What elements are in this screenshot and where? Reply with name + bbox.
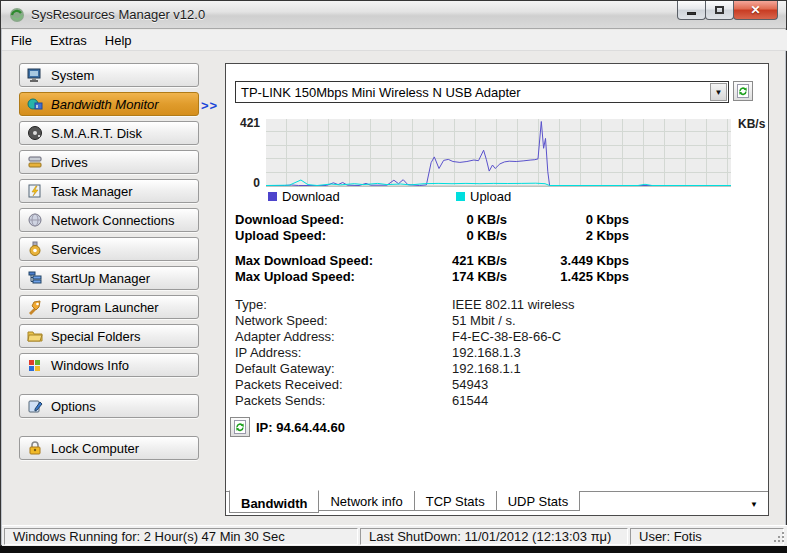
speed-label: Max Download Speed: xyxy=(235,253,373,268)
sidebar-item[interactable]: Task Manager xyxy=(19,179,199,203)
options-icon xyxy=(27,398,43,414)
info-label: Network Speed: xyxy=(235,313,328,328)
title-bar[interactable]: SysResources Manager v12.0 ✕ xyxy=(1,1,786,29)
info-label: Default Gateway: xyxy=(235,361,335,376)
status-last-shutdown: Last ShutDown: 11/01/2012 (12:13:03 πμ) xyxy=(360,528,628,545)
sidebar-item-label: Windows Info xyxy=(51,358,129,373)
window-title: SysResources Manager v12.0 xyxy=(31,7,205,22)
sidebar-item[interactable]: Program Launcher xyxy=(19,295,199,319)
info-value: 61544 xyxy=(452,393,488,408)
minimize-icon xyxy=(687,12,696,15)
info-row: Default Gateway: 192.168.1.1 xyxy=(226,361,766,377)
sidebar-item-label: StartUp Manager xyxy=(51,271,150,286)
close-icon: ✕ xyxy=(750,3,760,17)
sidebar-item[interactable]: System xyxy=(19,63,199,87)
chevron-down-icon[interactable]: ▼ xyxy=(710,83,727,101)
sidebar-item-label: Services xyxy=(51,242,101,257)
speed-label: Download Speed: xyxy=(235,212,344,227)
sidebar-item-label: S.M.A.R.T. Disk xyxy=(51,126,142,141)
chart-lines xyxy=(266,119,731,187)
close-button[interactable]: ✕ xyxy=(733,1,778,20)
adapter-select-value: TP-LINK 150Mbps Mini Wireless N USB Adap… xyxy=(236,85,710,100)
speed-row: Download Speed: 0 KB/s 0 Kbps xyxy=(226,212,766,228)
sidebar: System Bandwidth Monitor S.M.A.R.T. Disk… xyxy=(19,63,199,465)
sidebar-item-label: Program Launcher xyxy=(51,300,159,315)
speed-kbps-value: 1.425 Kbps xyxy=(526,269,629,284)
status-user: User: Fotis xyxy=(630,528,784,545)
sidebar-item[interactable]: S.M.A.R.T. Disk xyxy=(19,121,199,145)
sidebar-item[interactable]: Network Connections xyxy=(19,208,199,232)
adapter-info-table: Type: IEEE 802.11 wireless Network Speed… xyxy=(226,297,766,409)
sidebar-item[interactable]: Lock Computer xyxy=(19,436,199,460)
minimize-button[interactable] xyxy=(677,1,706,20)
info-row: Adapter Address: F4-EC-38-E8-66-C xyxy=(226,329,766,345)
bandwidth-chart xyxy=(266,119,731,187)
disk-icon xyxy=(27,125,43,141)
sidebar-item-label: System xyxy=(51,68,94,83)
chart-unit-label: KB/s xyxy=(738,117,765,131)
app-icon xyxy=(9,7,25,23)
sidebar-item[interactable]: Options xyxy=(19,394,199,418)
app-window: SysResources Manager v12.0 ✕ FileExtrasH… xyxy=(0,0,787,546)
info-label: Packets Sends: xyxy=(235,393,325,408)
sidebar-item[interactable]: Special Folders xyxy=(19,324,199,348)
drives-icon xyxy=(27,154,43,170)
legend-swatch-icon xyxy=(456,192,465,201)
info-row: IP Address: 192.168.1.3 xyxy=(226,345,766,361)
lock-icon xyxy=(27,440,43,456)
tab-overflow-icon[interactable]: ▼ xyxy=(750,500,758,509)
speed-row: Upload Speed: 0 KB/s 2 Kbps xyxy=(226,228,766,244)
speed-label: Upload Speed: xyxy=(235,228,326,243)
main-panel: TP-LINK 150Mbps Mini Wireless N USB Adap… xyxy=(225,63,769,516)
tab[interactable]: Network info xyxy=(318,491,414,511)
refresh-adapter-button[interactable] xyxy=(733,81,753,101)
sidebar-item-label: Special Folders xyxy=(51,329,141,344)
menu-bar: FileExtrasHelp xyxy=(2,30,787,51)
folders-icon xyxy=(27,328,43,344)
active-item-marker: >> xyxy=(201,98,218,113)
public-ip-value: IP: 94.64.44.60 xyxy=(256,420,345,435)
sidebar-item[interactable]: Windows Info xyxy=(19,353,199,377)
speed-kbs-value: 174 KB/s xyxy=(406,269,507,284)
resize-grip[interactable] xyxy=(773,531,786,544)
tab[interactable]: TCP Stats xyxy=(414,491,497,511)
task-manager-icon xyxy=(27,183,43,199)
legend-label: Upload xyxy=(470,189,511,204)
maximize-button[interactable] xyxy=(705,1,734,20)
legend-item: Upload xyxy=(456,189,511,204)
sidebar-item[interactable]: StartUp Manager xyxy=(19,266,199,290)
info-value: 192.168.1.3 xyxy=(452,345,521,360)
sidebar-item-label: Options xyxy=(51,399,96,414)
sidebar-item-label: Network Connections xyxy=(51,213,175,228)
tab[interactable]: UDP Stats xyxy=(496,491,580,511)
legend-swatch-icon xyxy=(268,192,277,201)
info-label: Type: xyxy=(235,297,267,312)
computer-icon xyxy=(27,67,43,83)
menu-item[interactable]: Help xyxy=(96,31,141,50)
maximize-icon xyxy=(715,6,724,14)
speed-kbs-value: 0 KB/s xyxy=(406,212,507,227)
sidebar-item[interactable]: Services xyxy=(19,237,199,261)
speed-kbs-value: 421 KB/s xyxy=(406,253,507,268)
adapter-select[interactable]: TP-LINK 150Mbps Mini Wireless N USB Adap… xyxy=(235,81,729,103)
sidebar-item-label: Lock Computer xyxy=(51,441,139,456)
menu-item[interactable]: Extras xyxy=(41,31,96,50)
info-value: 51 Mbit / s. xyxy=(452,313,516,328)
sidebar-item[interactable]: Bandwidth Monitor xyxy=(19,92,199,116)
tab-bar: BandwidthNetwork infoTCP StatsUDP Stats … xyxy=(226,491,768,516)
sidebar-item-label: Task Manager xyxy=(51,184,133,199)
info-row: Network Speed: 51 Mbit / s. xyxy=(226,313,766,329)
info-row: Type: IEEE 802.11 wireless xyxy=(226,297,766,313)
menu-item[interactable]: File xyxy=(2,31,41,50)
info-label: IP Address: xyxy=(235,345,301,360)
speed-kbps-value: 3.449 Kbps xyxy=(526,253,629,268)
refresh-ip-button[interactable] xyxy=(230,417,250,437)
info-value: F4-EC-38-E8-66-C xyxy=(452,329,561,344)
sidebar-item[interactable]: Drives xyxy=(19,150,199,174)
speed-kbps-value: 0 Kbps xyxy=(526,212,629,227)
sidebar-item-label: Bandwidth Monitor xyxy=(51,97,159,112)
tab[interactable]: Bandwidth xyxy=(229,490,319,513)
speed-row: Max Upload Speed: 174 KB/s 1.425 Kbps xyxy=(226,269,766,285)
startup-icon xyxy=(27,270,43,286)
desktop-strip xyxy=(0,546,787,553)
